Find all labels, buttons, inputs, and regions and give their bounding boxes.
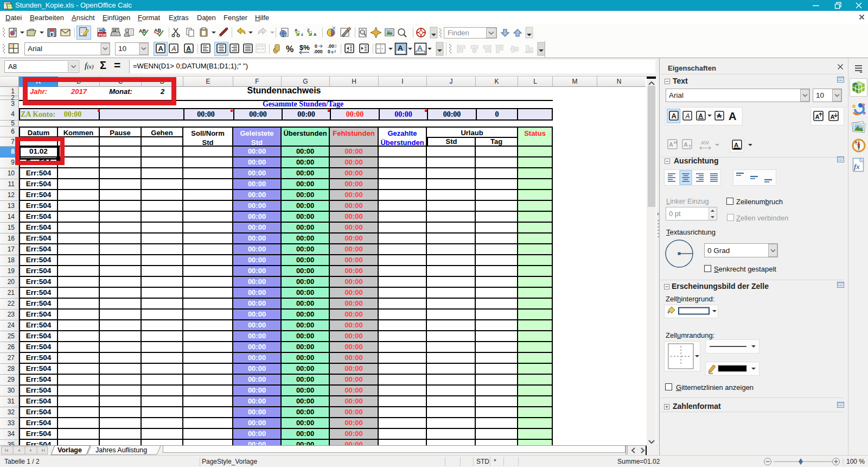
svg-text:A: A xyxy=(672,112,677,120)
svg-text:0: 0 xyxy=(334,43,337,49)
svg-text:A: A xyxy=(831,113,835,120)
svg-text:A: A xyxy=(171,45,176,53)
svg-text:A\V: A\V xyxy=(701,140,709,146)
svg-text:%: % xyxy=(286,45,293,54)
svg-text:A: A xyxy=(815,113,820,120)
svg-text:Arial: Arial xyxy=(28,45,42,53)
svg-text:.000: .000 xyxy=(314,49,323,54)
svg-text:A: A xyxy=(187,45,191,52)
svg-text:A: A xyxy=(684,142,688,148)
svg-text:10: 10 xyxy=(118,45,126,53)
svg-text:A..: A.. xyxy=(295,28,300,33)
svg-text:A: A xyxy=(685,112,690,120)
svg-text:A: A xyxy=(417,44,423,52)
svg-text:$%: $% xyxy=(299,43,310,52)
svg-text:fx: fx xyxy=(854,162,860,171)
svg-text:A: A xyxy=(699,112,703,119)
svg-text:T: T xyxy=(688,144,691,149)
svg-text:A: A xyxy=(734,142,738,148)
svg-text:A: A xyxy=(729,110,736,122)
svg-text:PDF: PDF xyxy=(99,33,107,37)
svg-text:H: H xyxy=(674,140,677,145)
svg-text:0: 0 xyxy=(328,49,330,54)
svg-text:A: A xyxy=(314,32,317,37)
svg-text:Finden: Finden xyxy=(448,29,469,37)
svg-text:.00: .00 xyxy=(328,43,334,49)
svg-text:A: A xyxy=(398,44,403,52)
svg-text:N: N xyxy=(855,141,857,144)
svg-text:z: z xyxy=(301,32,303,37)
svg-text:Jahres Auflistung: Jahres Auflistung xyxy=(95,446,147,454)
svg-text:0: 0 xyxy=(315,43,317,49)
svg-text:Z..: Z.. xyxy=(307,28,312,33)
svg-text:A: A xyxy=(158,45,164,53)
svg-text:Vorlage: Vorlage xyxy=(58,446,82,454)
svg-text:A: A xyxy=(669,142,673,148)
